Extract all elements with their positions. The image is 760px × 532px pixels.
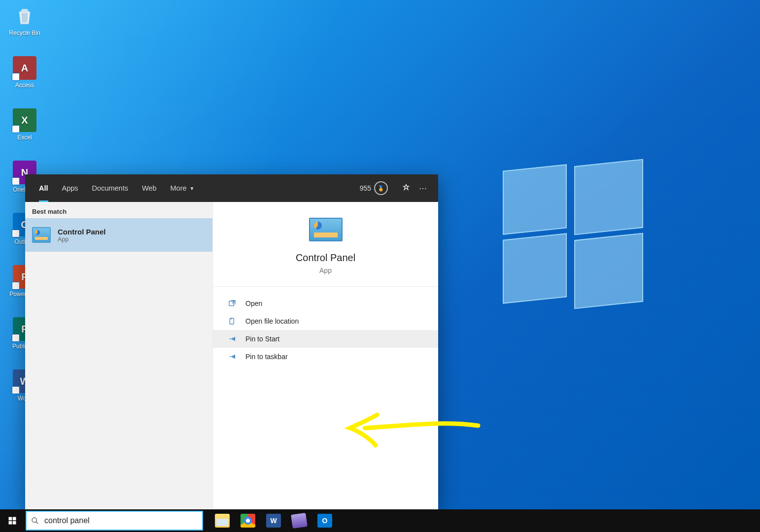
action-open-file-location-label: Open file location (245, 317, 299, 325)
desktop-icon-label: Access (15, 82, 35, 89)
search-panel-header: All Apps Documents Web More ▼ 955 🏅 ⋯ (25, 174, 438, 202)
taskbar: WO (0, 509, 760, 532)
taskbar-search[interactable] (26, 511, 203, 531)
taskbar-apps: WO (210, 509, 337, 532)
taskbar-app-sticky-notes[interactable] (287, 509, 311, 532)
svg-rect-5 (13, 521, 16, 525)
chrome-icon (241, 514, 255, 528)
rewards-points[interactable]: 955 🏅 (360, 181, 388, 195)
result-control-panel[interactable]: Control Panel App (25, 218, 212, 252)
pin-icon (228, 335, 237, 343)
action-pin-to-start[interactable]: Pin to Start (213, 330, 438, 348)
result-subtitle: App (58, 236, 106, 243)
svg-rect-2 (9, 517, 12, 521)
svg-rect-0 (229, 301, 234, 305)
chevron-down-icon: ▼ (190, 186, 195, 191)
tab-apps[interactable]: Apps (55, 174, 85, 202)
desktop-icon-label: Recycle Bin (9, 30, 40, 36)
svg-line-7 (36, 522, 38, 524)
taskbar-app-chrome[interactable] (236, 509, 260, 532)
best-match-label: Best match (25, 202, 212, 218)
taskbar-app-file-explorer[interactable] (210, 509, 235, 532)
svg-rect-3 (13, 517, 16, 521)
access-icon: A (13, 56, 36, 80)
preview-title: Control Panel (296, 252, 355, 264)
search-results-list: Best match Control Panel App (25, 202, 213, 509)
action-pin-to-taskbar-label: Pin to taskbar (245, 353, 288, 361)
svg-rect-4 (9, 521, 12, 525)
svg-point-6 (32, 518, 36, 522)
word-icon: W (266, 514, 281, 528)
open-icon (228, 299, 237, 307)
start-button[interactable] (0, 509, 25, 532)
sticky-notes-icon (291, 513, 308, 529)
action-pin-to-start-label: Pin to Start (245, 335, 279, 343)
file-explorer-icon (215, 514, 230, 528)
preview-header: Control Panel App (213, 202, 438, 287)
excel-icon: X (13, 108, 36, 132)
search-panel-body: Best match Control Panel App Control Pan… (25, 202, 438, 509)
desktop-icon-access[interactable]: AAccess (5, 56, 44, 104)
action-open-file-location[interactable]: Open file location (213, 312, 438, 330)
desktop-icon-label: Excel (17, 134, 32, 141)
search-panel: All Apps Documents Web More ▼ 955 🏅 ⋯ Be… (25, 174, 438, 509)
outlook-icon: O (317, 514, 332, 528)
result-title: Control Panel (58, 228, 106, 236)
desktop-icon-excel[interactable]: XExcel (5, 108, 44, 157)
action-pin-to-taskbar[interactable]: Pin to taskbar (213, 348, 438, 366)
tab-more-label: More (171, 184, 187, 192)
preview-subtitle: App (319, 266, 332, 274)
ellipsis-icon[interactable]: ⋯ (415, 180, 431, 197)
recycle-bin-icon (13, 4, 36, 28)
pin-taskbar-icon (228, 353, 237, 361)
feedback-icon[interactable] (398, 180, 415, 197)
tab-documents[interactable]: Documents (85, 174, 135, 202)
action-open[interactable]: Open (213, 295, 438, 312)
tab-all[interactable]: All (32, 174, 55, 202)
tab-web[interactable]: Web (135, 174, 164, 202)
preview-actions: Open Open file location Pin to Start (213, 287, 438, 373)
taskbar-app-outlook[interactable]: O (312, 509, 337, 532)
windows-logo (503, 163, 646, 305)
search-icon (27, 517, 43, 525)
desktop-icon-recycle-bin[interactable]: Recycle Bin (5, 4, 44, 52)
medal-icon: 🏅 (374, 181, 388, 195)
tab-more[interactable]: More ▼ (164, 174, 202, 202)
action-open-label: Open (245, 299, 262, 307)
rewards-points-value: 955 (360, 184, 371, 192)
folder-icon (228, 317, 237, 325)
control-panel-icon (32, 227, 51, 243)
control-panel-icon-large (309, 218, 343, 241)
svg-rect-1 (230, 318, 234, 324)
search-input[interactable] (43, 516, 202, 526)
search-preview-pane: Control Panel App Open Open file locatio… (213, 202, 438, 509)
taskbar-app-word[interactable]: W (261, 509, 286, 532)
